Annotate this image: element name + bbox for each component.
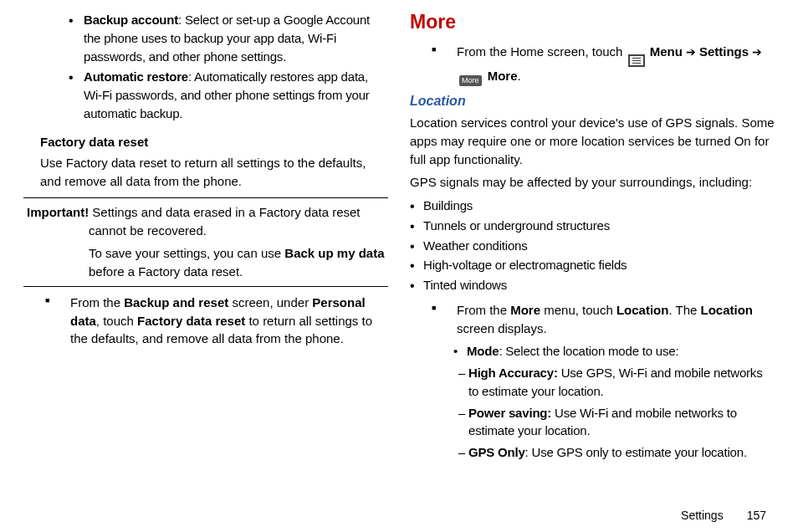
mode-title: Mode [467,344,499,358]
right-column: More From the Home screen, touch Menu➔Se… [410,8,775,527]
dash-high-accuracy: High Accuracy: Use GPS, Wi-Fi and mobile… [458,364,775,401]
heading-location: Location [410,91,775,110]
nav-text-a: From the Home screen, touch [457,44,627,59]
para-location-2: GPS signals may be affected by your surr… [410,173,775,192]
step-loc-b: More [510,303,540,317]
gps-factor: Weather conditions [410,237,775,255]
ps-title: Power saving: [468,406,555,420]
important-block: Important! Settings and data erased in a… [27,203,385,281]
para-fdr: Use Factory data reset to return all set… [40,154,388,191]
important-line1: Settings and data erased in a Factory da… [89,205,361,238]
step-fdr-f: Factory data reset [137,314,245,328]
dash-power-saving: Power saving: Use Wi-Fi and mobile netwo… [458,404,775,441]
step-loc-f: Location [701,303,754,317]
step-loc-g: screen displays. [457,321,547,335]
nav-more-label: More [488,69,518,83]
dash-gps-only: GPS Only: Use GPS only to estimate your … [458,443,775,462]
step-nav-more: From the Home screen, touch Menu➔Setting… [410,43,775,86]
important-line2a: To save your settings, you can use [89,246,284,260]
step-fdr: From the Backup and reset screen, under … [23,294,388,348]
footer: Settings157 [681,509,766,522]
mode-def: : Select the location mode to use: [499,344,678,358]
gps-factor: High-voltage or electromagnetic fields [410,256,775,274]
important-line2c: before a Factory data reset. [89,264,243,279]
term-backup-account: Backup account [84,13,178,27]
step-fdr-e: , touch [96,314,137,328]
arrow-icon: ➔ [686,45,696,59]
heading-factory-data-reset: Factory data reset [40,133,388,151]
step-loc-e: . The [668,303,700,317]
step-fdr-c: screen, under [228,295,312,309]
nav-menu-label: Menu [650,44,683,59]
gps-factor: Tinted windows [410,276,775,294]
bullet-backup-account: Backup account: Select or set-up a Googl… [69,11,388,65]
step-fdr-a: From the [70,295,124,309]
gps-factor: Tunnels or underground structures [410,217,775,235]
go-def: : Use GPS only to estimate your location… [525,445,747,459]
step-loc-d: Location [616,303,669,317]
heading-more: More [410,8,775,36]
step-loc-a: From the [457,303,510,317]
ha-title: High Accuracy: [468,366,561,380]
step-fdr-b: Backup and reset [124,295,228,309]
nav-period: . [518,69,521,83]
important-label: Important! [27,205,92,219]
left-column: Backup account: Select or set-up a Googl… [23,8,388,527]
footer-chapter: Settings [681,509,724,522]
gps-factor: Buildings [410,197,775,215]
footer-page: 157 [747,509,766,522]
step-loc-c: menu, touch [540,303,616,317]
divider-bottom [23,286,388,287]
bullet-mode: Mode: Select the location mode to use: [442,342,775,361]
term-auto-restore: Automatic restore [84,69,188,84]
para-location-1: Location services control your device's … [410,114,775,168]
important-line2b: Back up my data [284,246,384,260]
bullet-auto-restore: Automatic restore: Automatically restore… [69,68,388,122]
menu-icon [628,54,645,67]
more-icon: More [459,75,482,86]
go-title: GPS Only [468,445,525,459]
arrow-icon: ➔ [752,45,762,59]
nav-settings-label: Settings [699,44,749,59]
step-location: From the More menu, touch Location. The … [410,301,775,338]
divider-top [23,197,388,198]
